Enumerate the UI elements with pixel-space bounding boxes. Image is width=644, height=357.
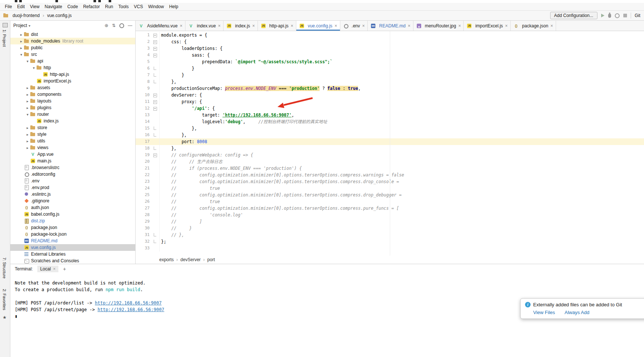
fold-start-icon[interactable]	[151, 45, 160, 52]
tab-close-icon[interactable]: ×	[291, 23, 293, 28]
chevron-right-icon[interactable]: ▸	[25, 106, 30, 110]
terminal-tab-local[interactable]: Local ×	[37, 266, 59, 272]
breadcrumb-item[interactable]: port	[207, 257, 215, 262]
menu-item-code[interactable]: Code	[65, 3, 81, 10]
project-tool-icon[interactable]	[3, 23, 8, 27]
terminal-link[interactable]: http://192.168.66.56:9007	[98, 307, 164, 312]
fold-end-icon[interactable]	[151, 238, 160, 245]
fold-start-icon[interactable]	[151, 152, 160, 158]
tree-item[interactable]: package.json	[10, 224, 135, 231]
chevron-right-icon[interactable]: ▸	[25, 126, 30, 130]
tree-item[interactable]: Scratches and Consoles	[10, 257, 135, 264]
fold-start-icon[interactable]	[151, 52, 160, 58]
collapse-all-icon[interactable]: ⇅	[112, 23, 116, 28]
chevron-down-icon[interactable]: ▾	[19, 53, 24, 57]
favorites-star-icon[interactable]: ★	[3, 315, 7, 320]
tree-item[interactable]: .editorconfig	[10, 171, 135, 178]
tree-item[interactable]: ▸assets	[10, 84, 135, 91]
project-view-selector[interactable]: Project	[13, 23, 27, 28]
tree-item[interactable]: vue.config.js	[10, 244, 135, 251]
tree-item[interactable]: ▸views	[10, 144, 135, 151]
hide-panel-icon[interactable]: —	[128, 23, 132, 28]
breadcrumb-file[interactable]: vue.config.js	[47, 13, 72, 18]
fold-start-icon[interactable]	[151, 38, 160, 45]
tab-close-icon[interactable]: ×	[408, 23, 410, 28]
add-configuration-button[interactable]: Add Configuration...	[550, 12, 597, 19]
tree-item[interactable]: ▾router	[10, 111, 135, 118]
editor-tab[interactable]: vue.config.js×	[296, 21, 340, 31]
tree-item[interactable]: auth.json	[10, 204, 135, 211]
fold-end-icon[interactable]	[151, 125, 160, 132]
fold-end-icon[interactable]	[151, 145, 160, 152]
chevron-right-icon[interactable]: ▸	[25, 139, 30, 143]
editor-tab[interactable]: menuRouter.jpg×	[413, 21, 464, 31]
tree-item[interactable]: .browserslistrc	[10, 164, 135, 171]
chevron-right-icon[interactable]: ▸	[25, 146, 30, 150]
tree-item[interactable]: ▸node_moduleslibrary root	[10, 38, 135, 44]
tree-item[interactable]: package-lock.json	[10, 231, 135, 238]
menu-item-edit[interactable]: Edit	[14, 3, 27, 10]
editor-tab[interactable]: README.md×	[368, 21, 413, 31]
tree-item[interactable]: README.md	[10, 238, 135, 244]
editor-tab[interactable]: index.vue×	[185, 21, 224, 31]
fold-end-icon[interactable]	[151, 65, 160, 72]
chevron-right-icon[interactable]: ▸	[19, 46, 24, 50]
chevron-right-icon[interactable]: ▸	[25, 132, 30, 137]
editor-tab[interactable]: package.json×	[511, 21, 556, 31]
tree-item[interactable]: .gitignore	[10, 198, 135, 204]
tab-close-icon[interactable]: ×	[362, 23, 365, 28]
debug-icon[interactable]	[608, 14, 611, 18]
menu-item-view[interactable]: View	[27, 3, 42, 10]
chevron-down-icon[interactable]: ▾	[31, 66, 36, 70]
settings-gear-icon[interactable]	[119, 23, 124, 28]
editor-tab[interactable]: http-api.js×	[258, 21, 296, 31]
editor-tab[interactable]: AsideMenu.vue×	[136, 21, 185, 31]
run-icon[interactable]	[601, 14, 604, 17]
tree-item[interactable]: babel.config.js	[10, 211, 135, 218]
tree-item[interactable]: App.vue	[10, 151, 135, 158]
tab-close-icon[interactable]: ×	[335, 23, 337, 28]
fold-start-icon[interactable]	[151, 92, 160, 98]
chevron-down-icon[interactable]: ▾	[25, 112, 30, 117]
new-terminal-icon[interactable]: +	[63, 266, 66, 272]
fold-end-icon[interactable]	[151, 232, 160, 238]
chevron-down-icon[interactable]: ▾	[25, 59, 30, 63]
tab-close-icon[interactable]: ×	[458, 23, 461, 28]
menu-item-tools[interactable]: Tools	[116, 3, 131, 10]
tree-item[interactable]: importExcel.js	[10, 78, 135, 84]
tree-item[interactable]: ▸layouts	[10, 98, 135, 104]
tree-item[interactable]: .env	[10, 178, 135, 184]
menu-item-window[interactable]: Window	[146, 3, 167, 10]
fold-end-icon[interactable]	[151, 132, 160, 138]
tree-item[interactable]: ▸components	[10, 91, 135, 98]
tab-close-icon[interactable]: ×	[551, 23, 553, 28]
menu-item-vcs[interactable]: VCS	[131, 3, 146, 10]
tab-close-icon[interactable]: ×	[180, 23, 183, 28]
profiler-icon[interactable]	[615, 13, 620, 18]
editor-tab[interactable]: index.js×	[224, 21, 258, 31]
tree-item[interactable]: ▸dist	[10, 31, 135, 38]
tree-item[interactable]: ▾src	[10, 51, 135, 58]
fold-start-icon[interactable]	[151, 105, 160, 112]
menu-item-navigate[interactable]: Navigate	[42, 3, 65, 10]
tree-item[interactable]: ▾http	[10, 64, 135, 71]
chevron-right-icon[interactable]: ▸	[19, 33, 24, 37]
terminal-link[interactable]: http://192.168.66.56:9007	[95, 300, 162, 306]
stop-icon[interactable]	[623, 14, 627, 17]
editor-tab[interactable]: importExcel.js×	[464, 21, 511, 31]
breadcrumb-item[interactable]: exports	[159, 257, 174, 262]
tree-item[interactable]: ▸public	[10, 44, 135, 51]
tree-item[interactable]: main.js	[10, 158, 135, 164]
chevron-right-icon[interactable]: ▸	[25, 92, 30, 97]
fold-start-icon[interactable]	[151, 98, 160, 105]
chevron-down-icon[interactable]: ▾	[28, 24, 30, 28]
always-add-link[interactable]: Always Add	[565, 310, 589, 315]
tree-item[interactable]: index.js	[10, 118, 135, 124]
menu-item-help[interactable]: Help	[167, 3, 181, 10]
tab-close-icon[interactable]: ×	[252, 23, 255, 28]
tree-item[interactable]: ▸plugins	[10, 104, 135, 111]
menu-item-refactor[interactable]: Refactor	[81, 3, 102, 10]
breadcrumb-item[interactable]: devServer	[180, 257, 201, 262]
tree-item[interactable]: ▸store	[10, 124, 135, 131]
tree-item[interactable]: .eslintrc.js	[10, 191, 135, 198]
